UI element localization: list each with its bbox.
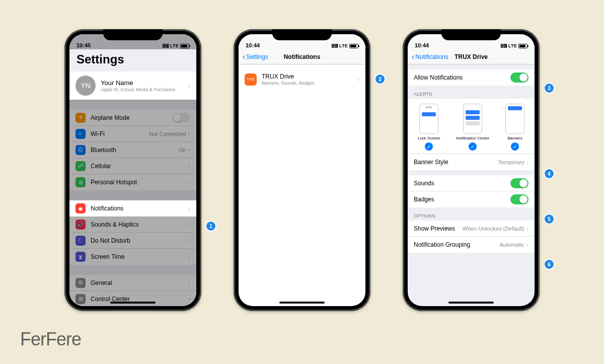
- home-indicator[interactable]: [279, 302, 325, 304]
- alert-cap: Lock Screen: [418, 136, 440, 140]
- status-right: LTE: [332, 43, 358, 48]
- row-detail: On: [179, 147, 186, 153]
- chevron-right-icon: ›: [188, 253, 190, 261]
- row-airplane[interactable]: ✈ Airplane Mode: [69, 110, 196, 126]
- app-icon: TRX: [245, 74, 257, 86]
- toggle-sounds[interactable]: [510, 178, 528, 188]
- phone-1: 10:45 LTE Settings YN Your Name Apple ID…: [64, 29, 201, 311]
- connectivity-group: ✈ Airplane Mode ᯤ Wi-Fi Not Connected › …: [69, 110, 196, 190]
- section-options: OPTIONS: [408, 207, 535, 221]
- notifications-group-rest: 🔊 Sounds & Haptics › ☾ Do Not Disturb › …: [69, 216, 196, 265]
- alert-cap: Notification Center: [456, 136, 489, 140]
- row-wifi[interactable]: ᯤ Wi-Fi Not Connected ›: [69, 126, 196, 142]
- row-grouping[interactable]: Notification Grouping Automatic ›: [408, 237, 535, 253]
- alert-lock-screen[interactable]: Lock Screen ✓: [418, 104, 440, 151]
- row-banner-style[interactable]: Banner Style Temporary ›: [408, 154, 535, 170]
- airplane-icon: ✈: [76, 113, 86, 123]
- bluetooth-icon: ⌬: [76, 145, 86, 155]
- profile-row[interactable]: YN Your Name Apple ID, iCloud, Media & P…: [69, 71, 196, 100]
- alert-styles: Lock Screen ✓ Notification Center ✓ Bann…: [408, 99, 535, 154]
- profile-name: Your Name: [101, 79, 188, 87]
- row-screentime[interactable]: ⧗ Screen Time ›: [69, 249, 196, 265]
- chevron-right-icon: ›: [188, 295, 190, 303]
- status-right: LTE: [501, 43, 527, 48]
- notifications-group-hl: ◉ Notifications ›: [69, 200, 196, 216]
- row-general[interactable]: ⚙ General ›: [69, 275, 196, 291]
- phone-row: 10:45 LTE Settings YN Your Name Apple ID…: [0, 0, 604, 311]
- row-label: Notifications: [91, 205, 188, 212]
- row-label: Bluetooth: [91, 147, 179, 154]
- home-indicator[interactable]: [448, 302, 494, 304]
- notch: [272, 29, 332, 40]
- nav-bar: ‹ Notifications TRUX Drive: [408, 49, 535, 64]
- row-detail: Temporary: [498, 159, 524, 165]
- chevron-right-icon: ›: [526, 241, 528, 249]
- large-title-area: Settings: [69, 49, 196, 71]
- row-label: Do Not Disturb: [91, 237, 188, 244]
- row-badges[interactable]: Badges: [408, 191, 535, 207]
- chevron-right-icon: ›: [188, 237, 190, 244]
- row-cellular[interactable]: ☍ Cellular ›: [69, 158, 196, 174]
- chevron-right-icon: ›: [188, 146, 190, 154]
- chevron-right-icon: ›: [526, 225, 528, 232]
- screen-notifications: 10:44 LTE ‹ Settings Notifications TRX: [239, 34, 365, 306]
- profile-group: YN Your Name Apple ID, iCloud, Media & P…: [69, 71, 196, 100]
- row-trux-drive[interactable]: TRX TRUX Drive Banners, Sounds, Badges ›: [239, 69, 365, 89]
- back-label: Notifications: [415, 53, 448, 60]
- callout-2: 2: [375, 75, 385, 84]
- back-button[interactable]: ‹ Notifications: [412, 53, 448, 61]
- chevron-left-icon: ‹: [243, 53, 245, 61]
- chevron-right-icon: ›: [188, 179, 190, 186]
- profile-sub: Apple ID, iCloud, Media & Purchases: [101, 87, 188, 92]
- phone-3: 10:44 LTE ‹ Notifications TRUX Drive All…: [403, 29, 540, 311]
- control-center-icon: ⊞: [76, 294, 86, 304]
- status-time: 10:45: [77, 42, 91, 48]
- notch: [103, 29, 163, 40]
- row-sounds[interactable]: 🔊 Sounds & Haptics ›: [69, 216, 196, 233]
- alert-banners[interactable]: Banners ✓: [505, 104, 524, 151]
- row-allow-notifications[interactable]: Allow Notifications: [408, 69, 535, 86]
- toggle-allow[interactable]: [510, 72, 528, 83]
- toggle-badges[interactable]: [510, 194, 528, 204]
- row-bluetooth[interactable]: ⌬ Bluetooth On ›: [69, 142, 196, 158]
- status-right: LTE: [163, 43, 189, 48]
- thumb-nc: [463, 104, 482, 134]
- row-detail: When Unlocked (Default): [463, 226, 524, 232]
- watermark: FerFere: [20, 329, 81, 350]
- sounds-icon: 🔊: [76, 220, 86, 230]
- row-hotspot[interactable]: ⊚ Personal Hotspot ›: [69, 174, 196, 190]
- battery-icon: [349, 44, 358, 48]
- alert-cap: Banners: [507, 136, 522, 140]
- back-button[interactable]: ‹ Settings: [243, 53, 268, 61]
- row-dnd[interactable]: ☾ Do Not Disturb ›: [69, 233, 196, 249]
- row-notifications[interactable]: ◉ Notifications ›: [69, 200, 196, 216]
- chevron-right-icon: ›: [357, 76, 359, 83]
- row-show-previews[interactable]: Show Previews When Unlocked (Default) ›: [408, 221, 535, 237]
- toggle-airplane[interactable]: [172, 113, 190, 123]
- app-sub: Banners, Sounds, Badges: [262, 81, 357, 86]
- row-label: Allow Notifications: [414, 74, 510, 81]
- alert-notification-center[interactable]: Notification Center ✓: [456, 104, 489, 151]
- thumb-ban: [505, 104, 524, 134]
- row-control-center[interactable]: ⊞ Control Center ›: [69, 291, 196, 306]
- callout-3: 3: [545, 84, 554, 93]
- row-label: Sounds: [414, 180, 510, 187]
- callout-6: 6: [545, 260, 554, 269]
- row-label: General: [91, 279, 188, 286]
- row-label: Wi-Fi: [91, 130, 149, 137]
- row-label: Banner Style: [414, 159, 498, 166]
- chevron-right-icon: ›: [526, 159, 528, 166]
- row-sounds[interactable]: Sounds: [408, 175, 535, 191]
- screen-app-notifications: 10:44 LTE ‹ Notifications TRUX Drive All…: [408, 34, 535, 306]
- screen-settings: 10:45 LTE Settings YN Your Name Apple ID…: [69, 34, 196, 306]
- status-carrier: LTE: [508, 43, 517, 48]
- callout-1: 1: [206, 222, 215, 231]
- battery-icon: [518, 44, 527, 48]
- row-label: Notification Grouping: [414, 241, 500, 248]
- sounds-badges-group: Sounds Badges: [408, 175, 535, 207]
- home-indicator[interactable]: [110, 302, 156, 304]
- chevron-right-icon: ›: [188, 82, 190, 90]
- chevron-right-icon: ›: [188, 205, 190, 212]
- cellular-icon: ☍: [76, 161, 86, 171]
- signal-icon: [501, 44, 507, 48]
